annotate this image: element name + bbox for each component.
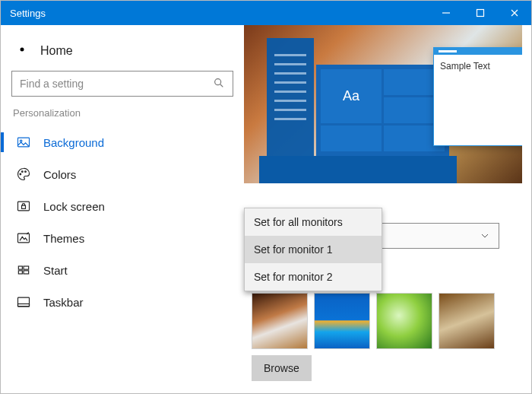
thumbnail-1[interactable] — [252, 293, 308, 349]
menu-item-label: Set for all monitors — [254, 216, 343, 228]
svg-rect-11 — [18, 266, 22, 269]
sidebar-item-label: Colors — [43, 168, 76, 181]
menu-item-label: Set for monitor 2 — [254, 271, 333, 283]
search-box[interactable] — [11, 71, 233, 97]
sidebar-item-label: Background — [43, 136, 104, 149]
svg-rect-16 — [18, 304, 30, 307]
menu-item-label: Set for monitor 1 — [254, 243, 333, 256]
svg-rect-8 — [18, 202, 30, 211]
maximize-button[interactable] — [463, 1, 497, 25]
chevron-down-icon — [479, 230, 491, 245]
svg-point-6 — [22, 171, 24, 173]
preview-window-titlebar — [434, 48, 522, 55]
thumbnail-3[interactable] — [376, 293, 432, 349]
sidebar-item-lockscreen[interactable]: Lock screen — [11, 190, 233, 222]
start-icon — [16, 262, 31, 278]
preview-startmenu — [267, 38, 314, 156]
desktop-preview: Aa Sample Text — [244, 25, 522, 183]
menu-set-all-monitors[interactable]: Set for all monitors — [245, 208, 382, 236]
preview-window: Sample Text — [434, 48, 522, 145]
thumbnail-2[interactable] — [314, 293, 370, 349]
svg-rect-12 — [24, 266, 29, 269]
thumbnail-4[interactable] — [439, 293, 495, 349]
home-button[interactable]: Home — [11, 39, 233, 71]
gear-icon — [14, 42, 30, 60]
sidebar: Home Personalization Background Colo — [1, 25, 244, 393]
home-label: Home — [40, 44, 73, 58]
menu-set-monitor-1[interactable]: Set for monitor 1 — [245, 236, 382, 263]
browse-button[interactable]: Browse — [252, 355, 312, 381]
sidebar-item-colors[interactable]: Colors — [11, 158, 233, 190]
picture-thumbnails — [252, 293, 495, 349]
svg-rect-15 — [18, 297, 30, 307]
palette-icon — [16, 167, 31, 182]
preview-tiles: Aa — [316, 65, 449, 156]
minimize-button[interactable] — [429, 1, 463, 25]
sidebar-item-background[interactable]: Background — [11, 126, 233, 158]
sidebar-item-start[interactable]: Start — [11, 254, 233, 286]
context-menu: Set for all monitors Set for monitor 1 S… — [244, 208, 382, 291]
lockscreen-icon — [16, 199, 31, 214]
svg-rect-13 — [18, 271, 22, 274]
window-body: Home Personalization Background Colo — [1, 25, 531, 393]
taskbar-icon — [16, 294, 31, 310]
search-icon — [213, 77, 225, 91]
titlebar: Settings — [1, 1, 531, 25]
svg-point-7 — [25, 171, 27, 173]
main-panel: Aa Sample Text Set for all monitors — [244, 25, 531, 393]
svg-rect-9 — [22, 205, 26, 208]
search-input[interactable] — [20, 78, 213, 90]
svg-rect-14 — [24, 271, 29, 274]
sidebar-item-label: Themes — [43, 232, 84, 245]
window-title: Settings — [10, 8, 429, 19]
themes-icon — [16, 230, 31, 246]
svg-point-5 — [20, 173, 21, 175]
sidebar-item-label: Taskbar — [43, 296, 84, 309]
close-button[interactable] — [497, 1, 531, 25]
svg-point-2 — [215, 78, 221, 84]
settings-window: Settings Home Personaliza — [0, 0, 532, 394]
sidebar-item-taskbar[interactable]: Taskbar — [11, 286, 233, 318]
sidebar-item-themes[interactable]: Themes — [11, 222, 233, 254]
picture-icon — [16, 135, 31, 150]
sidebar-item-label: Start — [43, 264, 68, 277]
sidebar-item-label: Lock screen — [43, 200, 105, 213]
svg-point-1 — [21, 48, 24, 52]
svg-rect-0 — [477, 10, 483, 17]
category-label: Personalization — [13, 107, 233, 119]
preview-taskbar — [259, 156, 457, 183]
menu-set-monitor-2[interactable]: Set for monitor 2 — [245, 263, 382, 291]
preview-aa: Aa — [321, 69, 382, 123]
preview-sample-text: Sample Text — [434, 55, 522, 78]
